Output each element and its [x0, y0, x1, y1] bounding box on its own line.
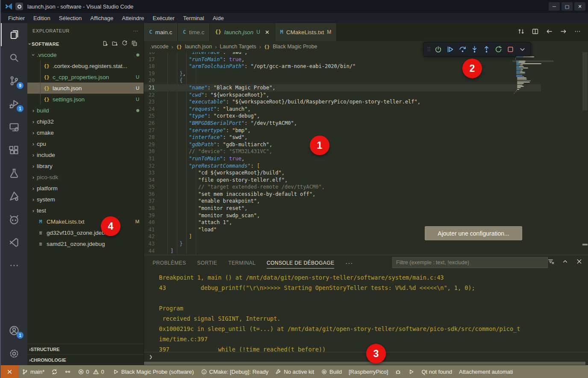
- activity-source-control[interactable]: 9: [1, 69, 27, 92]
- tree-item-build[interactable]: ›build: [27, 105, 144, 116]
- power-button[interactable]: [433, 44, 444, 55]
- status-cmake-build[interactable]: Build: [318, 365, 345, 378]
- menu-aide[interactable]: Aide: [209, 14, 228, 22]
- tree-item-c_cpp_properties.json[interactable]: {}c_cpp_properties.jsonU: [27, 71, 144, 83]
- activity-more-views[interactable]: [1, 254, 27, 277]
- section-chronologie[interactable]: ›CHRONOLOGIE: [27, 354, 144, 365]
- activity-remote-explorer[interactable]: [1, 115, 27, 139]
- tree-item-include[interactable]: ›include: [27, 149, 144, 160]
- menu-edition[interactable]: Edition: [29, 14, 54, 22]
- step-over-button[interactable]: [457, 44, 468, 55]
- status-run-target[interactable]: [405, 365, 418, 378]
- continue-button[interactable]: [445, 44, 456, 55]
- menu-fichier[interactable]: Fichier: [4, 14, 29, 22]
- tree-item-settings.json[interactable]: {}settings.jsonU: [27, 94, 144, 105]
- tree-item-launch.json[interactable]: {}launch.jsonU: [27, 83, 144, 94]
- activity-explorer[interactable]: [1, 23, 27, 46]
- minimap[interactable]: [512, 52, 553, 138]
- tree-item-.cortex-debug.registers.stat...[interactable]: {}.cortex-debug.registers.stat...: [27, 60, 144, 71]
- workspace-section-header[interactable]: › SOFTWARE: [27, 38, 144, 49]
- open-changes-button[interactable]: [517, 28, 525, 36]
- tree-item-test[interactable]: ›test: [27, 205, 144, 216]
- tree-item-gd32vf103_ozone.jdebug[interactable]: ≡gd32vf103_ozone.jdebug: [27, 227, 144, 238]
- menu-selection[interactable]: Sélection: [55, 14, 85, 22]
- tab-main-c[interactable]: Cmain.c: [144, 23, 178, 41]
- step-into-button[interactable]: [469, 44, 480, 55]
- status-launch-target[interactable]: [RaspberryPico]: [345, 365, 391, 378]
- activity-search[interactable]: [1, 46, 27, 69]
- menu-atteindre[interactable]: Atteindre: [118, 14, 148, 22]
- panel-tab-sortie[interactable]: SORTIE: [197, 257, 217, 269]
- refresh-button[interactable]: [121, 40, 128, 47]
- panel-tab-proble-mes[interactable]: PROBLÈMES: [153, 257, 186, 269]
- arrow-left-button[interactable]: [546, 28, 553, 36]
- activity-vs-tools[interactable]: [1, 231, 27, 254]
- breadcrumb-item[interactable]: Launch Targets: [220, 44, 256, 50]
- status-cmake-kit[interactable]: No active kit: [272, 365, 318, 378]
- vertical-scrollbar[interactable]: [582, 52, 588, 255]
- status-sync[interactable]: [48, 365, 61, 378]
- step-out-button[interactable]: [481, 44, 492, 55]
- toolbar-gripper[interactable]: [426, 46, 432, 52]
- tab-time-c[interactable]: Ctime.c: [178, 23, 210, 41]
- tree-item-chip32[interactable]: ›chip32: [27, 116, 144, 127]
- tree-item-system[interactable]: ›system: [27, 194, 144, 205]
- split-editor-button[interactable]: [532, 28, 539, 36]
- activity-run-debug[interactable]: 1: [1, 92, 27, 115]
- panel-more-actions[interactable]: ···: [345, 259, 353, 266]
- chevron-up-button[interactable]: [562, 258, 569, 266]
- status-problems[interactable]: 00: [74, 365, 109, 378]
- activity-cmake[interactable]: [1, 185, 27, 208]
- minimize-button[interactable]: ─: [549, 2, 560, 11]
- maximize-button[interactable]: ▢: [562, 2, 573, 11]
- status-debug-config[interactable]: Black Magic Probe (software): [109, 365, 197, 378]
- tree-item-.vscode[interactable]: ›.vscode: [27, 49, 144, 60]
- status-auto-attach[interactable]: Attachement automati: [456, 365, 516, 378]
- activity-platformio[interactable]: [1, 208, 27, 231]
- restart-button[interactable]: [493, 44, 504, 55]
- close-tab-icon[interactable]: ✕: [265, 29, 270, 35]
- activity-settings[interactable]: [1, 342, 27, 365]
- debug-console-filter-input[interactable]: [392, 257, 548, 268]
- menu-affichage[interactable]: Affichage: [86, 14, 117, 22]
- menu-executer[interactable]: Exécuter: [149, 14, 178, 22]
- stop-button[interactable]: [505, 44, 516, 55]
- tab-launch-json[interactable]: {}launch.jsonU✕: [210, 23, 275, 41]
- chevron-down-button[interactable]: [517, 44, 528, 55]
- tree-item-pico-sdk[interactable]: ›pico-sdk: [27, 171, 144, 183]
- tree-item-cmakelists.txt[interactable]: MCMakeLists.txtM: [27, 216, 144, 227]
- new-file-button[interactable]: [102, 40, 108, 47]
- status-qt-status[interactable]: Qt not found: [418, 365, 456, 378]
- tree-item-cpu[interactable]: ›cpu: [27, 138, 144, 149]
- tree-item-library[interactable]: ›library: [27, 160, 144, 171]
- menu-terminal[interactable]: Terminal: [179, 14, 208, 22]
- close-button[interactable]: [576, 258, 583, 266]
- breadcrumb-item[interactable]: .vscode: [150, 44, 168, 50]
- tree-item-platform[interactable]: ›platform: [27, 183, 144, 194]
- panel-tab-console-de-de-bogage[interactable]: CONSOLE DE DÉBOGAGE: [267, 257, 334, 269]
- horizontal-scrollbar[interactable]: [144, 361, 588, 365]
- more-button[interactable]: [574, 28, 581, 36]
- filter-clear-button[interactable]: [547, 258, 555, 266]
- new-folder-button[interactable]: [112, 40, 118, 47]
- status-remote-indicator[interactable]: [1, 365, 18, 378]
- breadcrumb-item[interactable]: Black Magic Probe: [273, 44, 317, 50]
- status-cmake-status[interactable]: CMake: [Debug]: Ready: [197, 365, 272, 378]
- panel-tab-terminal[interactable]: TERMINAL: [228, 257, 256, 269]
- section-structure[interactable]: ›STRUCTURE: [27, 344, 144, 354]
- add-configuration-button[interactable]: Ajouter une configuration...: [425, 226, 522, 240]
- tree-item-samd21_ozone.jdebug[interactable]: ≡samd21_ozone.jdebug: [27, 238, 144, 249]
- breadcrumb-item[interactable]: launch.json: [185, 44, 212, 50]
- activity-extensions[interactable]: [1, 139, 27, 162]
- code-editor[interactable]: 16 "interface": "swd",17 "runToMain": tr…: [144, 52, 588, 255]
- activity-accounts[interactable]: 1: [1, 319, 27, 342]
- status-git-compare[interactable]: [61, 365, 74, 378]
- arrow-right-button[interactable]: [560, 28, 567, 36]
- status-debug-target[interactable]: [391, 365, 405, 378]
- status-git-branch[interactable]: main*: [18, 365, 48, 378]
- close-button[interactable]: ✕: [574, 2, 585, 11]
- activity-testing[interactable]: [1, 162, 27, 185]
- collapse-all-button[interactable]: [131, 40, 138, 47]
- tree-item-cmake[interactable]: ›cmake: [27, 127, 144, 138]
- tab-cmakelists-txt[interactable]: MCMakeLists.txtM: [275, 23, 337, 41]
